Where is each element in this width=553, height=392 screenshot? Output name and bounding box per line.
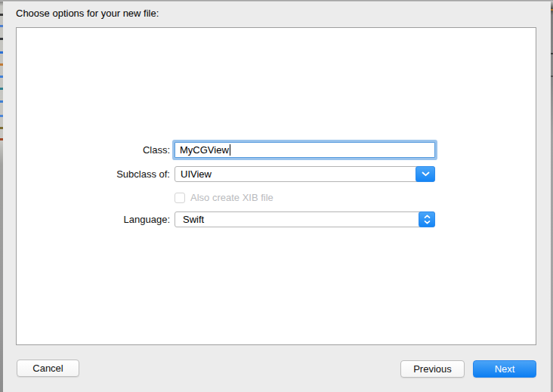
chevron-up-down-icon[interactable]: [419, 211, 435, 227]
subclass-value: UIView: [175, 168, 416, 180]
language-label: Language:: [45, 211, 170, 227]
class-input-value: MyCGView: [180, 144, 229, 156]
xib-checkbox-row: Also create XIB file: [175, 192, 273, 203]
chevron-down-icon[interactable]: [416, 166, 435, 182]
previous-button[interactable]: Previous: [400, 360, 465, 378]
xib-checkbox-label: Also create XIB file: [190, 192, 273, 203]
options-panel: [16, 27, 536, 345]
subclass-label: Subclass of:: [45, 166, 170, 182]
language-value: Swift: [175, 214, 419, 225]
class-input[interactable]: MyCGView: [175, 142, 435, 158]
background-window-left-edge: [0, 0, 3, 392]
next-button[interactable]: Next: [473, 360, 536, 378]
language-popup[interactable]: Swift: [175, 211, 435, 227]
text-caret: [230, 144, 230, 156]
xib-checkbox[interactable]: [175, 193, 185, 203]
subclass-combobox[interactable]: UIView: [175, 166, 435, 182]
class-label: Class:: [45, 142, 170, 158]
sheet-title: Choose options for your new file:: [16, 8, 159, 19]
background-window-top-edge: [0, 0, 553, 2]
cancel-button[interactable]: Cancel: [17, 360, 79, 377]
new-file-options-sheet: Choose options for your new file: Class:…: [0, 0, 553, 392]
